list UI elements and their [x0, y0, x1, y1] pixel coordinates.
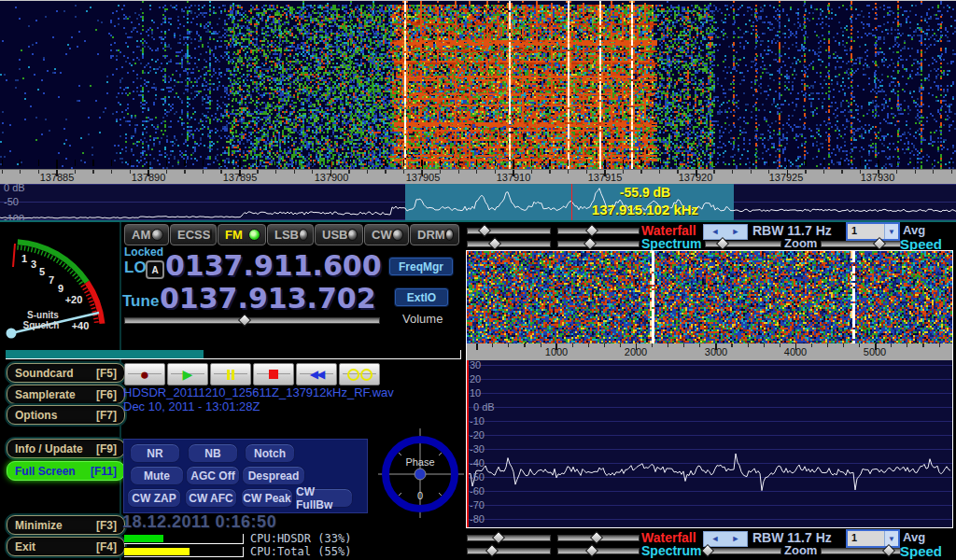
- mode-led-icon: [210, 229, 212, 241]
- smeter-tick-label: +20: [65, 294, 83, 305]
- zoom-slider-2[interactable]: [705, 548, 781, 554]
- recording-file-date: Dec 10, 2011 - 13:01:28Z: [123, 399, 260, 413]
- despread-button[interactable]: Despread: [242, 466, 305, 485]
- db-scale-label: -100: [4, 213, 24, 220]
- rewind-button[interactable]: ◀◀: [296, 363, 337, 385]
- axis-label: 4000: [784, 346, 807, 357]
- chevron-down-icon[interactable]: ▼: [884, 224, 898, 239]
- axis-label: 5000: [864, 346, 886, 357]
- minimize-button[interactable]: Minimize[F3]: [7, 515, 125, 535]
- avg-select[interactable]: 1 ▼: [846, 222, 900, 241]
- lo-auto-button[interactable]: A: [146, 260, 164, 279]
- exit-button[interactable]: Exit[F4]: [7, 537, 125, 556]
- loop-button[interactable]: [339, 363, 380, 385]
- audio-waterfall[interactable]: [467, 251, 952, 343]
- ruler-label: 137910: [497, 172, 531, 183]
- waterfall-brightness-slider[interactable]: [467, 228, 551, 234]
- avg-label-2: Avg: [903, 530, 925, 544]
- cw-fullbw-button[interactable]: CW FullBw: [295, 488, 353, 508]
- axis-label: 1000: [545, 346, 568, 357]
- arrow-right-icon[interactable]: ►: [732, 228, 740, 236]
- waterfall-contrast-slider-2[interactable]: [557, 535, 640, 541]
- waterfall-brightness-slider-2[interactable]: [467, 535, 551, 541]
- notch-button[interactable]: Notch: [245, 443, 295, 463]
- agc-off-button[interactable]: AGC Off: [186, 466, 240, 485]
- volume-slider[interactable]: [124, 317, 380, 324]
- mode-led-icon: [248, 229, 260, 241]
- speed-label-2: Speed: [900, 543, 942, 559]
- spectrum-lower-slider[interactable]: [557, 241, 640, 247]
- cw-zap-button[interactable]: CW ZAP: [127, 488, 181, 508]
- frequency-ruler[interactable]: 137885 137890 137895 137900 137905 13791…: [0, 169, 956, 185]
- db-scale-label: -30: [470, 443, 485, 455]
- mute-button[interactable]: Mute: [130, 466, 184, 485]
- signal-readout: -55.9 dB 137.915.102 kHz: [556, 184, 734, 217]
- nr-button[interactable]: NR: [130, 443, 180, 463]
- db-scale-label: -50: [470, 471, 485, 483]
- pause-button[interactable]: [210, 363, 251, 385]
- avg-label: Avg: [903, 223, 925, 237]
- mode-fm-button[interactable]: FM: [218, 224, 266, 245]
- arrow-left-icon[interactable]: ◄: [711, 228, 720, 236]
- tune-frequency-display[interactable]: 0137.913.702: [160, 282, 376, 315]
- mode-led-icon: [445, 229, 454, 241]
- cw-peak-button[interactable]: CW Peak: [241, 488, 293, 508]
- phase-dot: [415, 469, 426, 480]
- axis-label: 3000: [705, 346, 727, 357]
- locked-label: Locked: [124, 245, 163, 259]
- ruler-label: 137885: [40, 172, 75, 183]
- date-time-display: 18.12.2011 0:16:50: [122, 512, 276, 532]
- spectrum-upper-slider-2[interactable]: [467, 548, 551, 554]
- s-meter[interactable]: 1 3 5 7 9 +20 +40 S-units Squelch: [2, 225, 118, 348]
- spectrum-upper-slider[interactable]: [467, 241, 551, 247]
- arrow-left-icon[interactable]: ◄: [711, 535, 720, 543]
- rbw-adjust-buttons[interactable]: ◄ ►: [703, 224, 748, 240]
- audio-spectrum[interactable]: 30 20 10 0 dB -10 -20 -30 -40 -50 -60 -7…: [467, 360, 952, 527]
- audio-frequency-ruler[interactable]: 1000 2000 3000 4000 5000: [467, 343, 952, 360]
- arrow-right-icon[interactable]: ►: [732, 535, 740, 543]
- info-update-button[interactable]: Info / Update[F9]: [7, 439, 125, 458]
- spectrum-label: Spectrum: [641, 236, 702, 251]
- ruler-label: 137890: [132, 172, 166, 183]
- record-button[interactable]: ●: [124, 363, 165, 385]
- waterfall-contrast-slider[interactable]: [557, 228, 640, 234]
- slider-thumb[interactable]: [238, 314, 251, 327]
- options-button[interactable]: Options[F7]: [7, 405, 125, 425]
- samplerate-button[interactable]: Samplerate[F6]: [7, 385, 125, 404]
- mode-led-icon: [347, 229, 358, 241]
- play-button[interactable]: ▶: [167, 363, 208, 385]
- axis-label: 2000: [625, 346, 647, 357]
- zoom-slider[interactable]: [705, 241, 781, 247]
- cpu-total-label: CPU:Total (55%): [250, 545, 351, 558]
- avg-select-2[interactable]: 1 ▼: [846, 529, 900, 548]
- playback-progress-bar[interactable]: [6, 350, 461, 359]
- chevron-down-icon[interactable]: ▼: [884, 531, 898, 546]
- cpu-hdsdr-label: CPU:HDSDR (33%): [250, 532, 351, 545]
- rbw-adjust-buttons-2[interactable]: ◄ ►: [703, 531, 748, 547]
- speed-slider-2[interactable]: [821, 548, 901, 554]
- spectrum-lower-slider-2[interactable]: [557, 548, 640, 554]
- db-scale-label: 0 dB: [473, 401, 495, 413]
- soundcard-button[interactable]: Soundcard[F5]: [7, 363, 125, 383]
- hdsdr-window: 137885 137890 137895 137900 137905 13791…: [0, 0, 956, 560]
- mode-am-button[interactable]: AM: [124, 224, 169, 245]
- stop-button[interactable]: [253, 363, 294, 385]
- extio-button[interactable]: ExtIO: [395, 288, 448, 306]
- speed-slider[interactable]: [821, 241, 901, 247]
- mode-ecss-button[interactable]: ECSS: [170, 224, 217, 245]
- main-waterfall[interactable]: [0, 1, 956, 169]
- mode-drm-button[interactable]: DRM: [410, 224, 459, 245]
- full-screen-button[interactable]: Full Screen[F11]: [7, 461, 125, 481]
- lo-frequency-display[interactable]: 0137.911.600: [165, 249, 382, 282]
- mode-cw-button[interactable]: CW: [364, 224, 409, 245]
- mode-usb-button[interactable]: USB: [315, 224, 363, 245]
- separator: [0, 220, 956, 222]
- mode-led-icon: [151, 229, 163, 241]
- phase-indicator[interactable]: Phase 0: [378, 428, 464, 518]
- cursor-frequency-readout: 137.915.102 kHz: [556, 202, 734, 217]
- main-spectrum[interactable]: 0 dB -50 -100 -55.9 dB 137.915.102 kHz: [0, 184, 956, 220]
- cw-afc-button[interactable]: CW AFC: [185, 488, 237, 508]
- mode-lsb-button[interactable]: LSB: [267, 224, 314, 245]
- nb-button[interactable]: NB: [188, 443, 238, 463]
- freqmgr-button[interactable]: FreqMgr: [389, 258, 453, 275]
